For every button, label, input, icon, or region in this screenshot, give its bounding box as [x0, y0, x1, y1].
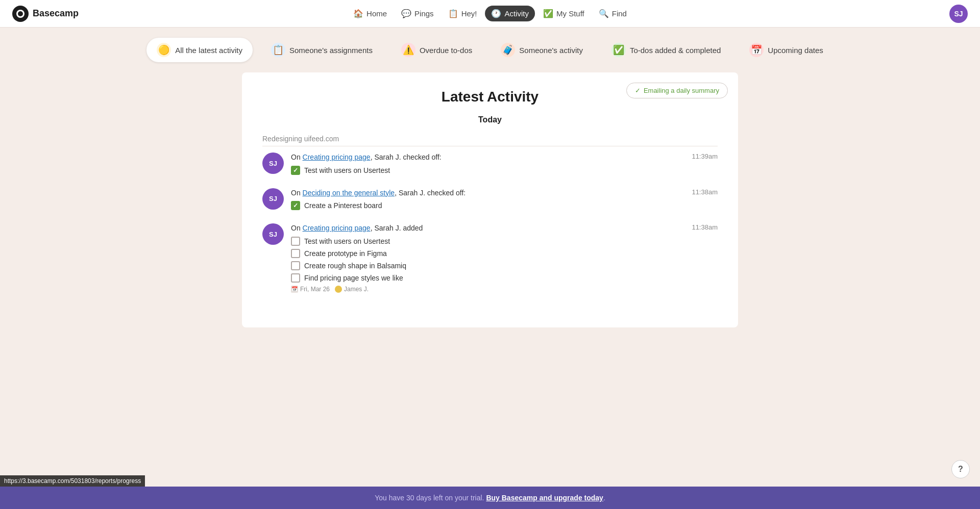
topnav: Basecamp 🏠 Home 💬 Pings 📋 Hey! 🕐 Activit… [0, 0, 980, 28]
assignments-icon: 📋 [271, 43, 285, 57]
activity-content-1: On Creating pricing page, Sarah J. check… [291, 152, 718, 178]
activity-header-1: On Creating pricing page, Sarah J. check… [291, 152, 718, 163]
todo-text-3-3: Create rough shape in Balsamiq [304, 262, 406, 270]
activity-link-1[interactable]: Creating pricing page [303, 153, 371, 161]
todo-item-3-4: Find pricing page styles we like [291, 273, 718, 283]
date-heading: Today [262, 115, 718, 124]
todo-text-3-1: Test with users on Usertest [304, 237, 390, 245]
project-name: Redesigning uifeed.com [262, 135, 718, 146]
activity-item-2: SJ On Deciding on the general style, Sar… [262, 188, 718, 214]
nav-links: 🏠 Home 💬 Pings 📋 Hey! 🕐 Activity ✅ My St… [347, 6, 633, 21]
activity-time-1: 11:39am [692, 152, 718, 160]
todo-item-2-1: Create a Pinterest board [291, 201, 718, 210]
user-dot [335, 286, 342, 293]
check-icon: ✓ [635, 87, 641, 94]
suffix-3: , Sarah J. added [371, 224, 423, 232]
submenu-todos-added[interactable]: ✅ To-dos added & completed [601, 38, 731, 62]
user-avatar[interactable]: SJ [949, 5, 968, 23]
prefix-1: On [291, 153, 303, 161]
nav-pings[interactable]: 💬 Pings [395, 6, 440, 21]
nav-mystuff[interactable]: ✅ My Stuff [537, 6, 591, 21]
todo-text-3-2: Create prototype in Figma [304, 249, 387, 258]
all-activity-icon: 🟡 [157, 43, 171, 57]
submenu-upcoming-dates[interactable]: 📅 Upcoming dates [739, 38, 833, 62]
find-icon: 🔍 [599, 9, 609, 18]
submenu: 🟡 All the latest activity 📋 Someone's as… [0, 28, 980, 72]
calendar-icon: 📅 [291, 286, 298, 293]
submenu-overdue-todos[interactable]: ⚠️ Overdue to-dos [391, 38, 482, 62]
someones-activity-icon: 🧳 [501, 43, 515, 57]
activity-header-3: On Creating pricing page, Sarah J. added… [291, 223, 718, 234]
prefix-3: On [291, 224, 303, 232]
logo[interactable]: Basecamp [12, 6, 79, 22]
submenu-someones-assignments[interactable]: 📋 Someone's assignments [261, 38, 383, 62]
meta-assignee: James J. [344, 286, 369, 293]
todo-item-1-1: Test with users on Usertest [291, 166, 718, 175]
activity-item-3: SJ On Creating pricing page, Sarah J. ad… [262, 223, 718, 293]
email-summary-button[interactable]: ✓ Emailing a daily summary [626, 83, 728, 98]
meta-user: James J. [335, 286, 369, 293]
main-container: ✓ Emailing a daily summary Latest Activi… [230, 72, 750, 368]
avatar-1: SJ [262, 152, 284, 174]
logo-icon [12, 6, 29, 22]
hey-icon: 📋 [448, 9, 458, 18]
checkbox-checked [291, 166, 300, 175]
activity-desc-2: On Deciding on the general style, Sarah … [291, 188, 465, 198]
project-group: Redesigning uifeed.com SJ On Creating pr… [262, 135, 718, 293]
nav-find[interactable]: 🔍 Find [593, 6, 633, 21]
checkbox-empty-3 [291, 261, 300, 270]
activity-content-3: On Creating pricing page, Sarah J. added… [291, 223, 718, 293]
activity-content-2: On Deciding on the general style, Sarah … [291, 188, 718, 214]
todo-text-3-4: Find pricing page styles we like [304, 274, 403, 282]
meta-row: 📅 Fri, Mar 26 James J. [291, 286, 718, 293]
meta-date: 📅 Fri, Mar 26 [291, 286, 330, 293]
mystuff-icon: ✅ [543, 9, 553, 18]
suffix-1: , Sarah J. checked off: [371, 153, 442, 161]
overdue-icon: ⚠️ [401, 43, 415, 57]
submenu-all-activity[interactable]: 🟡 All the latest activity [146, 38, 253, 62]
checkbox-empty-4 [291, 273, 300, 283]
status-bar: https://3.basecamp.com/5031803/reports/p… [0, 475, 145, 487]
avatar-3: SJ [262, 223, 284, 245]
prefix-2: On [291, 189, 303, 197]
activity-header-2: On Deciding on the general style, Sarah … [291, 188, 718, 198]
nav-home[interactable]: 🏠 Home [347, 6, 393, 21]
nav-hey[interactable]: 📋 Hey! [442, 6, 483, 21]
checkbox-checked-2 [291, 201, 300, 210]
activity-time-2: 11:38am [692, 188, 718, 196]
checkbox-empty-2 [291, 249, 300, 258]
activity-time-3: 11:38am [692, 223, 718, 231]
suffix-2: , Sarah J. checked off: [395, 189, 465, 197]
todo-item-3-1: Test with users on Usertest [291, 237, 718, 246]
pings-icon: 💬 [401, 9, 411, 18]
upgrade-link[interactable]: Buy Basecamp and upgrade today [486, 494, 603, 502]
activity-desc-1: On Creating pricing page, Sarah J. check… [291, 152, 442, 163]
activity-link-3[interactable]: Creating pricing page [303, 224, 371, 232]
activity-desc-3: On Creating pricing page, Sarah J. added [291, 223, 423, 234]
svg-point-1 [18, 11, 23, 16]
trial-bar: You have 30 days left on your trial. Buy… [0, 487, 980, 509]
meta-date-text: Fri, Mar 26 [300, 286, 330, 293]
todo-text-2: Create a Pinterest board [304, 201, 382, 210]
avatar-2: SJ [262, 188, 284, 210]
todos-icon: ✅ [611, 43, 626, 57]
activity-icon: 🕐 [491, 9, 501, 18]
home-icon: 🏠 [353, 9, 363, 18]
logo-text: Basecamp [33, 8, 79, 19]
submenu-someones-activity[interactable]: 🧳 Someone's activity [491, 38, 593, 62]
nav-activity[interactable]: 🕐 Activity [485, 6, 535, 21]
todo-item-3-3: Create rough shape in Balsamiq [291, 261, 718, 270]
help-button[interactable]: ? [951, 460, 970, 478]
checkbox-empty-1 [291, 237, 300, 246]
todo-item-3-2: Create prototype in Figma [291, 249, 718, 258]
content-card: ✓ Emailing a daily summary Latest Activi… [242, 72, 738, 327]
activity-link-2[interactable]: Deciding on the general style [303, 189, 395, 197]
todo-text: Test with users on Usertest [304, 166, 390, 174]
upcoming-icon: 📅 [749, 43, 764, 57]
activity-item: SJ On Creating pricing page, Sarah J. ch… [262, 152, 718, 178]
